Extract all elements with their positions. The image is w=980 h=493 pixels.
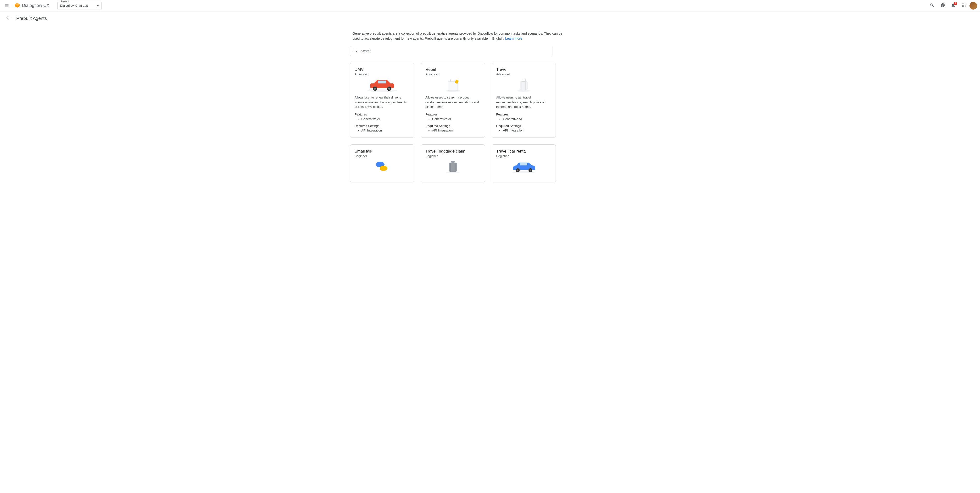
content: Generative prebuilt agents are a collect… <box>350 25 630 188</box>
svg-point-28 <box>446 171 460 173</box>
card-level: Advanced <box>355 73 410 76</box>
svg-point-8 <box>962 6 963 7</box>
suitcase-illustration-icon <box>496 78 551 92</box>
agent-card-retail[interactable]: Retail Advanced Allows users to search a… <box>421 63 485 138</box>
account-avatar[interactable] <box>969 2 977 10</box>
feature-item: Generative AI <box>432 117 480 121</box>
required-item: API Integration <box>503 128 551 132</box>
features-heading: Features <box>496 113 551 116</box>
card-title: DMV <box>355 67 410 72</box>
hamburger-icon <box>4 3 9 9</box>
agents-grid: DMV Advanced Allows user to renew their … <box>350 63 630 182</box>
svg-rect-13 <box>378 81 386 84</box>
help-icon <box>940 3 945 9</box>
top-right-actions: 1 <box>928 1 979 11</box>
svg-point-6 <box>963 5 964 5</box>
card-level: Advanced <box>496 73 551 76</box>
agent-card-travel[interactable]: Travel Advanced Allows users to get trav… <box>492 63 556 138</box>
project-picker-value: Dialogflow Chat app <box>60 4 88 7</box>
svg-point-10 <box>965 6 966 7</box>
agent-card-baggage-claim[interactable]: Travel: baggage claim Beginner <box>421 144 485 182</box>
required-item: API Integration <box>432 128 480 132</box>
feature-item: Generative AI <box>503 117 551 121</box>
shopping-bag-illustration-icon <box>425 78 480 92</box>
svg-point-3 <box>963 3 964 4</box>
svg-rect-30 <box>451 161 455 163</box>
card-title: Small talk <box>355 149 410 154</box>
chat-bubbles-illustration-icon <box>355 160 410 174</box>
learn-more-link[interactable]: Learn more <box>505 36 522 40</box>
features-heading: Features <box>355 113 410 116</box>
dialogflow-logo-icon <box>14 2 20 9</box>
svg-rect-29 <box>449 163 457 172</box>
chevron-down-icon <box>97 5 99 6</box>
card-description: Allows users to get travel recommendatio… <box>496 95 551 109</box>
required-item: API Integration <box>361 128 410 132</box>
svg-point-11 <box>367 89 397 92</box>
arrow-left-icon <box>5 15 11 22</box>
required-heading: Required Settings <box>425 124 480 128</box>
page-header: Prebuilt Agents <box>0 11 980 25</box>
feature-item: Generative AI <box>361 117 410 121</box>
google-apps-button[interactable] <box>959 1 969 11</box>
agent-search[interactable] <box>350 46 552 56</box>
notifications-button[interactable]: 1 <box>948 1 958 11</box>
luggage-illustration-icon <box>425 160 480 174</box>
card-title: Travel: car rental <box>496 149 551 154</box>
card-description: Allows user to renew their driver's lice… <box>355 95 410 109</box>
svg-rect-38 <box>520 163 527 165</box>
svg-point-35 <box>517 170 519 171</box>
back-button[interactable] <box>4 14 13 23</box>
card-level: Beginner <box>355 154 410 158</box>
card-level: Advanced <box>425 73 480 76</box>
card-level: Beginner <box>425 154 480 158</box>
page-title: Prebuilt Agents <box>16 16 47 21</box>
required-heading: Required Settings <box>496 124 551 128</box>
help-button[interactable] <box>938 1 947 11</box>
search-icon <box>930 3 935 9</box>
svg-point-4 <box>965 3 966 4</box>
content-scroll[interactable]: Generative prebuilt agents are a collect… <box>0 25 980 493</box>
card-description: Allows users to search a product catalog… <box>425 95 480 109</box>
agent-card-small-talk[interactable]: Small talk Beginner <box>350 144 414 182</box>
svg-point-17 <box>388 88 390 90</box>
top-app-bar: Dialogflow CX Project Dialogflow Chat ap… <box>0 0 980 11</box>
svg-point-7 <box>965 5 966 5</box>
features-heading: Features <box>425 113 480 116</box>
card-title: Retail <box>425 67 480 72</box>
svg-point-33 <box>512 171 536 173</box>
card-title: Travel <box>496 67 551 72</box>
agent-card-dmv[interactable]: DMV Advanced Allows user to renew their … <box>350 63 414 138</box>
required-heading: Required Settings <box>355 124 410 128</box>
search-button[interactable] <box>928 1 937 11</box>
svg-point-2 <box>962 3 963 4</box>
intro-body: Generative prebuilt agents are a collect… <box>352 32 563 40</box>
project-picker[interactable]: Project Dialogflow Chat app <box>57 2 102 10</box>
car-illustration-icon <box>355 78 410 92</box>
notification-badge: 1 <box>954 2 957 5</box>
svg-point-5 <box>962 5 963 5</box>
brand-logo[interactable]: Dialogflow CX <box>13 2 51 9</box>
svg-rect-22 <box>520 81 527 90</box>
card-level: Beginner <box>496 154 551 158</box>
svg-point-9 <box>963 6 964 7</box>
svg-point-15 <box>374 88 376 90</box>
svg-point-37 <box>530 170 531 171</box>
svg-rect-23 <box>522 79 525 81</box>
agent-card-car-rental[interactable]: Travel: car rental Beginner <box>492 144 556 182</box>
project-picker-label: Project <box>60 0 70 3</box>
svg-point-27 <box>380 166 387 171</box>
apps-grid-icon <box>961 3 966 9</box>
search-input[interactable] <box>361 49 549 53</box>
search-icon <box>353 48 358 54</box>
brand-name: Dialogflow CX <box>22 3 49 8</box>
blue-car-illustration-icon <box>496 160 551 174</box>
main-menu-button[interactable] <box>1 0 13 11</box>
card-title: Travel: baggage claim <box>425 149 480 154</box>
intro-text: Generative prebuilt agents are a collect… <box>350 31 570 41</box>
